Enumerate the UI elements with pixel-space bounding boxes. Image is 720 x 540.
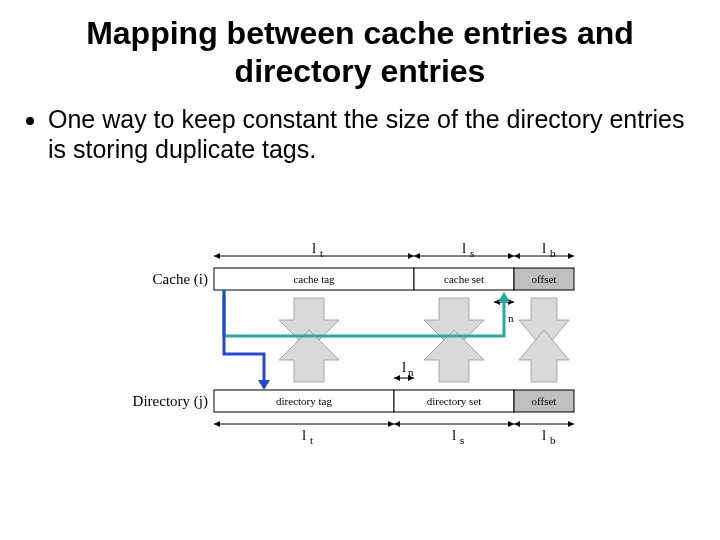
svg-text:l: l — [542, 240, 546, 256]
svg-text:b: b — [550, 434, 556, 446]
bottom-width-markers: l t l s l b — [214, 421, 574, 446]
updown-arrow-set-icon — [424, 298, 484, 382]
svg-text:s: s — [460, 434, 464, 446]
updown-arrow-tag-icon — [279, 298, 339, 382]
cache-row-label: Cache (i) — [153, 271, 208, 288]
svg-text:l: l — [302, 427, 306, 443]
svg-marker-14 — [514, 253, 520, 259]
directory-row-label: Directory (j) — [133, 393, 208, 410]
svg-text:l: l — [462, 240, 466, 256]
svg-marker-28 — [508, 421, 514, 427]
svg-marker-41 — [519, 330, 569, 382]
mapping-diagram: cache tag cache set offset Cache (i) l t… — [124, 240, 604, 450]
svg-text:n: n — [508, 312, 514, 324]
ln-marker-bottom-icon: l n — [394, 359, 414, 381]
svg-marker-10 — [508, 253, 514, 259]
updown-arrow-offset-icon — [519, 298, 569, 382]
svg-text:t: t — [310, 434, 313, 446]
bullet-1: One way to keep constant the size of the… — [48, 104, 696, 164]
directory-tag-label: directory tag — [276, 395, 332, 407]
svg-marker-5 — [408, 253, 414, 259]
svg-text:t: t — [320, 247, 323, 259]
cache-set-label: cache set — [444, 273, 484, 285]
svg-marker-48 — [394, 375, 400, 381]
directory-set-label: directory set — [427, 395, 482, 407]
svg-text:l: l — [452, 427, 456, 443]
svg-text:b: b — [550, 247, 556, 259]
svg-text:l: l — [312, 240, 316, 256]
svg-marker-53 — [258, 380, 270, 390]
slide-title: Mapping between cache entries and direct… — [40, 14, 680, 90]
svg-marker-39 — [424, 330, 484, 382]
svg-text:l: l — [402, 359, 406, 375]
svg-marker-37 — [279, 330, 339, 382]
svg-text:s: s — [470, 247, 474, 259]
svg-marker-32 — [514, 421, 520, 427]
svg-marker-22 — [214, 421, 220, 427]
blue-mapping-arrow-icon — [224, 290, 270, 390]
svg-marker-9 — [414, 253, 420, 259]
cache-offset-label: offset — [532, 273, 557, 285]
svg-text:l: l — [542, 427, 546, 443]
cache-tag-label: cache tag — [293, 273, 335, 285]
svg-marker-23 — [388, 421, 394, 427]
svg-marker-52 — [498, 292, 510, 302]
top-width-markers: l t l s l b — [214, 240, 574, 259]
svg-marker-4 — [214, 253, 220, 259]
svg-text:n: n — [408, 366, 414, 378]
svg-marker-27 — [394, 421, 400, 427]
directory-offset-label: offset — [532, 395, 557, 407]
svg-marker-33 — [568, 421, 574, 427]
svg-marker-15 — [568, 253, 574, 259]
